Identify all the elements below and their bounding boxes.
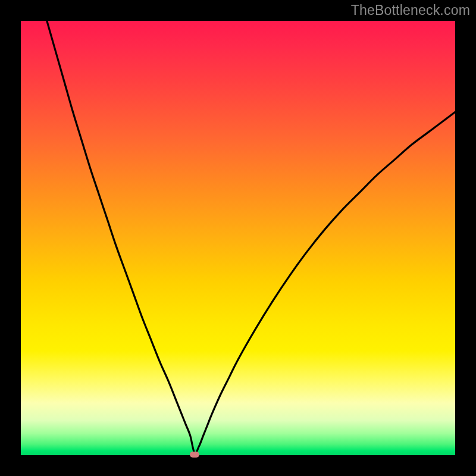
min-marker	[190, 452, 199, 458]
plot-area	[21, 21, 455, 455]
chart-frame: TheBottleneck.com	[0, 0, 476, 476]
bottleneck-curve	[21, 21, 455, 455]
watermark-text: TheBottleneck.com	[351, 2, 470, 18]
